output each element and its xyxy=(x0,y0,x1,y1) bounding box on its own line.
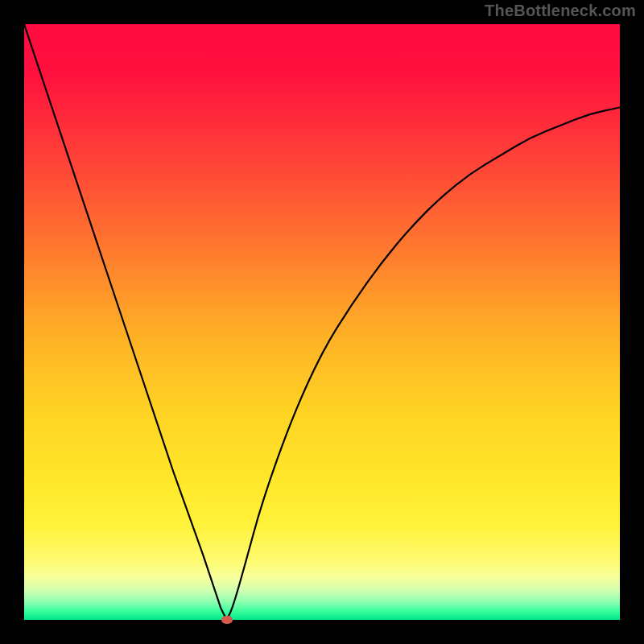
bottleneck-curve-right xyxy=(227,108,620,620)
minimum-marker xyxy=(221,616,233,624)
bottleneck-curve-left xyxy=(24,24,227,620)
chart-frame: TheBottleneck.com xyxy=(0,0,644,644)
attribution-label: TheBottleneck.com xyxy=(485,2,636,20)
plot-area xyxy=(24,24,620,620)
curve-svg xyxy=(24,24,620,620)
